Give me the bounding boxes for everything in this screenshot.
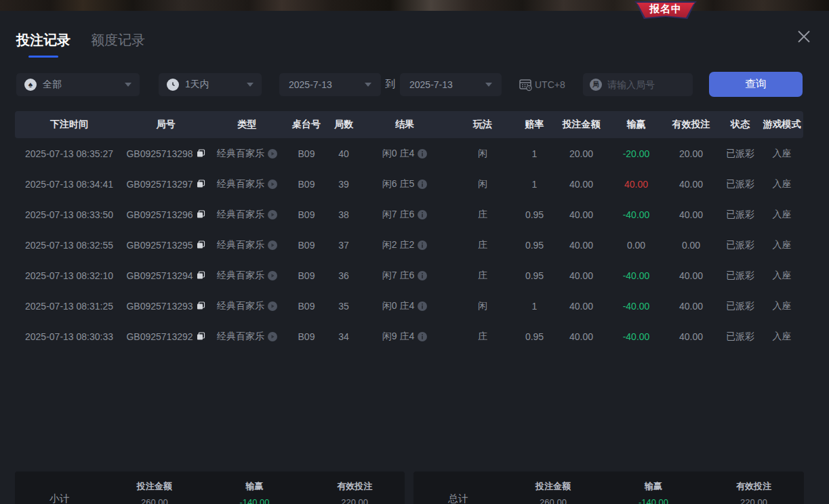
- round-cell: GB0925713292: [123, 331, 208, 342]
- copy-icon[interactable]: [197, 271, 205, 280]
- tab-bet-records[interactable]: 投注记录: [16, 31, 70, 58]
- round-cell: GB0925713297: [123, 179, 208, 190]
- category-dropdown[interactable]: ♠ 全部: [16, 73, 140, 96]
- bet-amount: 40.00: [552, 209, 610, 220]
- game-type: 经典百家乐: [217, 178, 264, 190]
- round-cell: GB0925713298: [123, 148, 208, 159]
- game-mode: 入座: [761, 178, 803, 190]
- type-cell: 经典百家乐: [208, 239, 286, 251]
- bet-records-table: 下注时间 局号 类型 桌台号 局数 结果 玩法 赔率 投注金额 输赢 有效投注 …: [15, 111, 803, 352]
- signup-open-badge: 报名中: [634, 1, 697, 19]
- winloss-value: -40.00: [610, 301, 662, 312]
- status-badge: 已派彩: [720, 239, 761, 251]
- subtotal-label: 小计: [15, 492, 104, 504]
- status-badge: 已派彩: [720, 300, 761, 312]
- total-panel: 总计 投注金额 260.00 输赢 -140.00 有效投注 220.00: [413, 471, 804, 504]
- total-label: 总计: [413, 492, 503, 504]
- copy-icon[interactable]: [197, 332, 205, 341]
- copy-icon[interactable]: [197, 210, 205, 219]
- replay-icon[interactable]: [268, 271, 277, 280]
- result-value: 闲6 庄5: [382, 178, 414, 190]
- tab-quota-records[interactable]: 额度记录: [91, 31, 145, 58]
- replay-icon[interactable]: [268, 332, 277, 341]
- time-range-dropdown[interactable]: 1天内: [159, 73, 262, 96]
- copy-icon[interactable]: [197, 301, 205, 310]
- info-icon[interactable]: [418, 332, 427, 341]
- replay-icon[interactable]: [268, 180, 277, 189]
- date-to-value: 2025-7-13: [409, 79, 453, 90]
- date-from-picker[interactable]: 2025-7-13: [279, 73, 381, 96]
- copy-icon[interactable]: [197, 149, 205, 158]
- result-cell: 闲6 庄5: [361, 178, 449, 190]
- info-icon[interactable]: [418, 149, 427, 159]
- col-header-result: 结果: [361, 119, 449, 131]
- play-type: 闲: [449, 300, 517, 312]
- time-range-value: 1天内: [185, 79, 209, 91]
- round-cell: GB0925713295: [123, 240, 208, 251]
- round-number-input[interactable]: [607, 79, 682, 90]
- subtotal-valid: 有效投注 220.00: [304, 480, 405, 504]
- copy-icon[interactable]: [197, 240, 205, 249]
- replay-icon[interactable]: [268, 210, 277, 219]
- col-header-valid: 有效投注: [662, 119, 720, 131]
- close-icon[interactable]: [796, 29, 811, 44]
- query-button[interactable]: 查询: [709, 72, 803, 97]
- copy-icon[interactable]: [197, 180, 205, 188]
- type-cell: 经典百家乐: [208, 148, 286, 160]
- valid-bet: 40.00: [662, 331, 720, 342]
- table-number: B09: [286, 209, 327, 220]
- replay-icon[interactable]: [268, 301, 277, 311]
- game-count: 38: [327, 209, 361, 220]
- valid-bet: 0.00: [662, 240, 720, 251]
- bet-amount: 40.00: [552, 240, 610, 251]
- table-number: B09: [286, 301, 327, 312]
- game-type: 经典百家乐: [217, 331, 264, 343]
- col-header-odds: 赔率: [517, 119, 552, 131]
- round-cell: GB0925713296: [123, 209, 208, 220]
- odds-value: 0.95: [517, 270, 552, 281]
- game-mode: 入座: [761, 209, 803, 221]
- replay-icon[interactable]: [268, 149, 277, 159]
- game-count: 40: [327, 148, 361, 159]
- type-cell: 经典百家乐: [208, 270, 286, 282]
- play-type: 庄: [449, 209, 517, 221]
- round-number-field: 局: [583, 73, 693, 96]
- odds-value: 1: [517, 301, 552, 312]
- result-cell: 闲2 庄2: [361, 239, 449, 251]
- col-header-mode: 游戏模式: [761, 119, 803, 131]
- game-type: 经典百家乐: [217, 239, 264, 251]
- table-row: 2025-07-13 08:34:41 GB0925713297 经典百家乐 B…: [15, 169, 803, 199]
- type-cell: 经典百家乐: [208, 178, 286, 190]
- tab-bar: 投注记录 额度记录: [0, 11, 829, 58]
- result-value: 闲9 庄4: [382, 331, 414, 343]
- bet-time: 2025-07-13 08:30:33: [15, 331, 123, 342]
- table-number: B09: [286, 179, 327, 190]
- result-cell: 闲7 庄6: [361, 270, 449, 282]
- type-cell: 经典百家乐: [208, 331, 286, 343]
- game-count: 34: [327, 331, 361, 342]
- info-icon[interactable]: [418, 271, 427, 280]
- spade-icon: ♠: [24, 79, 37, 91]
- result-value: 闲0 庄4: [382, 148, 414, 160]
- winloss-value: 0.00: [610, 240, 662, 251]
- result-cell: 闲7 庄6: [361, 209, 449, 221]
- round-icon: 局: [590, 79, 602, 91]
- game-mode: 入座: [761, 300, 803, 312]
- info-icon[interactable]: [418, 301, 427, 311]
- odds-value: 1: [517, 148, 552, 159]
- col-header-type: 类型: [208, 119, 286, 131]
- col-header-play: 玩法: [449, 119, 517, 131]
- odds-value: 0.95: [517, 331, 552, 342]
- info-icon[interactable]: [418, 180, 427, 189]
- info-icon[interactable]: [418, 210, 427, 219]
- info-icon[interactable]: [418, 240, 427, 250]
- play-type: 庄: [449, 239, 517, 251]
- timezone-indicator: UTC+8: [519, 78, 565, 91]
- table-row: 2025-07-13 08:35:27 GB0925713298 经典百家乐 B…: [15, 138, 803, 169]
- winloss-value: 40.00: [610, 179, 662, 190]
- bet-amount: 20.00: [552, 148, 610, 159]
- date-to-picker[interactable]: 2025-7-13: [400, 73, 502, 96]
- replay-icon[interactable]: [268, 240, 277, 250]
- type-cell: 经典百家乐: [208, 209, 286, 221]
- table-row: 2025-07-13 08:31:25 GB0925713293 经典百家乐 B…: [15, 291, 803, 321]
